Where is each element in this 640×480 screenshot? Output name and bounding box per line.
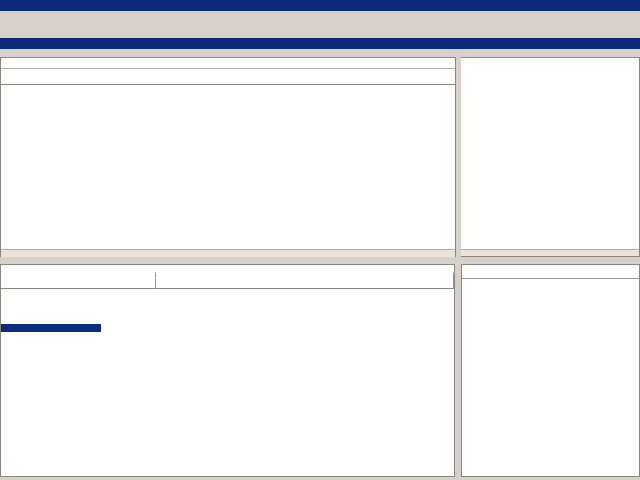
table-h-scrollbar[interactable] [1, 249, 455, 257]
table-body [1, 85, 455, 249]
bottom-left-header-cell-2[interactable] [156, 272, 454, 289]
histogram-day-axis [462, 454, 639, 466]
selected-resource-row[interactable] [1, 324, 101, 332]
bottom-left-panel [0, 264, 455, 477]
gantt-timescale-weeks[interactable] [461, 67, 639, 76]
application-window [0, 0, 640, 480]
layout-bar [0, 38, 640, 49]
gantt-chart-area [461, 85, 639, 249]
histogram-chart-area [462, 279, 639, 454]
title-bar[interactable] [0, 0, 640, 11]
activity-table-panel [0, 57, 456, 257]
gantt-panel [461, 57, 640, 257]
bottom-left-gap [1, 265, 454, 272]
horizontal-splitter[interactable] [0, 257, 640, 264]
bottom-left-header-cell-1[interactable] [1, 272, 156, 289]
table-header [1, 69, 455, 85]
resource-histogram-panel [461, 264, 640, 477]
gantt-header-gap [461, 58, 639, 67]
filter-bar[interactable] [1, 58, 455, 69]
menu-bar [0, 11, 640, 21]
gantt-h-scrollbar[interactable] [461, 249, 639, 257]
toolbar [0, 21, 640, 38]
histogram-week-axis [462, 466, 639, 477]
gantt-timescale-days[interactable] [461, 76, 639, 85]
display-options-bar[interactable] [462, 265, 639, 279]
